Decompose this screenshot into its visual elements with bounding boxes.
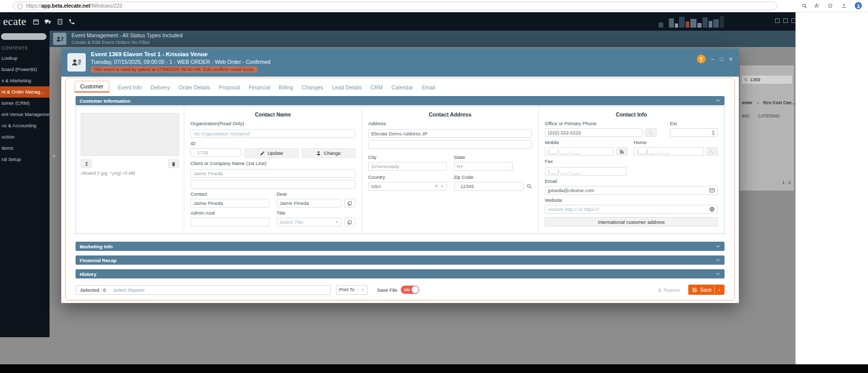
sidebar-item-production[interactable]: uction bbox=[0, 131, 50, 143]
tab-changes[interactable]: Changes bbox=[302, 82, 323, 92]
city-input[interactable] bbox=[368, 162, 447, 171]
tab-lead-details[interactable]: Lead Details bbox=[332, 82, 361, 92]
globe-icon[interactable] bbox=[709, 206, 715, 212]
copy-dear-button[interactable] bbox=[344, 199, 355, 207]
tab-event-info[interactable]: Event Info bbox=[118, 82, 142, 92]
upload-photo-button[interactable] bbox=[81, 159, 92, 168]
tab-email[interactable]: Email bbox=[422, 82, 435, 92]
close-button[interactable]: × bbox=[729, 56, 733, 62]
dial-phone-button[interactable] bbox=[645, 128, 657, 137]
zip-search-button[interactable] bbox=[526, 183, 532, 189]
clear-icon[interactable]: × bbox=[435, 184, 438, 189]
tab-billing[interactable]: Billing bbox=[279, 82, 293, 92]
sidebar-item-event-order-management[interactable]: nt & Order Manag... bbox=[0, 86, 50, 98]
profile-avatar[interactable] bbox=[855, 2, 862, 9]
window-icon[interactable] bbox=[783, 18, 788, 23]
grid-column-header[interactable]: enter bbox=[742, 100, 753, 105]
dear-input[interactable] bbox=[277, 199, 342, 207]
phone-icon[interactable] bbox=[68, 18, 75, 25]
sidebar-item-items[interactable]: Items bbox=[0, 143, 50, 154]
app-logo[interactable]: ecate bbox=[3, 15, 27, 28]
favorites-star-icon[interactable] bbox=[827, 3, 833, 9]
ext-stepper[interactable] bbox=[670, 128, 718, 137]
downloads-icon[interactable] bbox=[841, 3, 847, 9]
id-input[interactable] bbox=[190, 148, 242, 157]
chevron-down-icon[interactable] bbox=[715, 244, 720, 249]
copy-title-button[interactable] bbox=[344, 218, 355, 226]
admin-asst-input[interactable] bbox=[190, 218, 270, 226]
update-button[interactable]: Update bbox=[245, 148, 299, 158]
save-caret-icon[interactable] bbox=[717, 288, 721, 292]
website-input[interactable]: Include http:// or https:// bbox=[545, 205, 718, 214]
window-icon[interactable] bbox=[775, 18, 780, 23]
chevron-up-icon[interactable] bbox=[715, 98, 720, 103]
tab-crm[interactable]: CRM bbox=[371, 82, 383, 92]
email-icon[interactable] bbox=[709, 188, 715, 193]
filter-caret-icon[interactable] bbox=[756, 101, 760, 105]
help-button[interactable]: ? bbox=[697, 55, 706, 63]
international-address-button[interactable]: International customer address bbox=[545, 217, 718, 226]
url-bar[interactable]: https://app.beta.elecate.net/Windows/223 bbox=[13, 2, 777, 10]
section-financial-recap[interactable]: Financial Recap bbox=[76, 255, 725, 265]
stepper-arrows-icon[interactable] bbox=[712, 130, 715, 135]
address-input-2[interactable] bbox=[368, 140, 532, 149]
change-button[interactable]: Change bbox=[302, 148, 356, 158]
fax-input[interactable] bbox=[545, 167, 626, 176]
calendar-icon[interactable] bbox=[33, 18, 39, 25]
address-input[interactable] bbox=[368, 129, 532, 138]
sidebar-item-event-venue-management[interactable]: ent Venue Management bbox=[0, 109, 50, 120]
sidebar-item-general-setup[interactable]: ral Setup bbox=[0, 154, 50, 165]
save-button[interactable]: Save bbox=[688, 285, 725, 295]
header-window-icons[interactable] bbox=[775, 18, 796, 23]
client-name-input[interactable] bbox=[190, 169, 355, 178]
sidebar-item-lookup[interactable]: Lookup bbox=[0, 53, 50, 64]
sidebar-search[interactable] bbox=[1, 33, 46, 40]
home-phone-button[interactable] bbox=[707, 147, 718, 156]
tab-proposal[interactable]: Proposal bbox=[219, 82, 240, 92]
office-phone-input[interactable] bbox=[545, 128, 643, 137]
zip-input[interactable] bbox=[454, 182, 524, 191]
home-input[interactable] bbox=[634, 147, 704, 156]
site-info-icon[interactable] bbox=[17, 4, 22, 9]
grid-search-input[interactable]: 1369 bbox=[742, 76, 792, 84]
truck-icon[interactable] bbox=[44, 18, 52, 25]
state-input[interactable] bbox=[454, 162, 513, 171]
print-to-button[interactable]: Print To bbox=[336, 285, 368, 295]
section-history[interactable]: History bbox=[76, 269, 725, 278]
client-name-input-2[interactable] bbox=[190, 180, 355, 189]
upload-icon bbox=[84, 161, 89, 167]
browser-zoom-icon[interactable] bbox=[802, 3, 807, 9]
mobile-input[interactable] bbox=[545, 147, 614, 156]
tab-order-details[interactable]: Order Details bbox=[179, 82, 210, 92]
photo-placeholder[interactable] bbox=[81, 113, 179, 156]
customer-information-section-header[interactable]: Customer Information bbox=[76, 96, 725, 105]
grid-column-header[interactable]: Rcv Cost Cen... bbox=[763, 100, 795, 105]
country-select[interactable]: USA × bbox=[368, 182, 447, 191]
mobile-signal-button[interactable] bbox=[616, 147, 628, 156]
minimize-button[interactable]: – bbox=[711, 56, 714, 62]
section-marketing-info[interactable]: Marketing Info bbox=[76, 242, 725, 251]
selected-reports-box[interactable]: Selected : 0 Select Reports bbox=[76, 285, 331, 295]
title-select[interactable]: Select Title bbox=[277, 218, 342, 226]
organization-input[interactable] bbox=[190, 129, 355, 138]
tab-customer[interactable]: Customer bbox=[75, 81, 109, 92]
building-icon[interactable] bbox=[57, 18, 63, 25]
tab-calendar[interactable]: Calendar bbox=[391, 82, 413, 92]
maximize-button[interactable]: □ bbox=[720, 56, 724, 62]
sidebar-item-customer-crm[interactable]: tomer (CRM) bbox=[0, 98, 50, 109]
save-file-toggle[interactable]: ON bbox=[401, 286, 419, 294]
chevron-down-icon[interactable] bbox=[715, 258, 720, 263]
email-input[interactable]: jpineda@cikume.com bbox=[545, 186, 718, 195]
tab-delivery[interactable]: Delivery bbox=[151, 82, 170, 92]
delete-photo-button[interactable] bbox=[168, 159, 179, 168]
sidebar-item-finance-accounting[interactable]: ce & Accounting bbox=[0, 120, 50, 131]
contact-input[interactable] bbox=[190, 199, 270, 207]
read-aloud-icon[interactable]: A⁾ bbox=[815, 3, 819, 9]
reprice-button[interactable]: $ Reprice bbox=[658, 287, 680, 293]
chevron-down-icon[interactable] bbox=[715, 271, 720, 276]
sidebar-item-sales-marketing[interactable]: s & Marketing bbox=[0, 75, 50, 86]
tab-financial[interactable]: Financial bbox=[249, 82, 270, 92]
toggle-knob[interactable] bbox=[412, 286, 419, 293]
sidebar-item-dashboard-powerbi[interactable]: board (PowerBI) bbox=[0, 64, 50, 75]
sidebar-collapse-icon[interactable]: « bbox=[53, 152, 56, 158]
